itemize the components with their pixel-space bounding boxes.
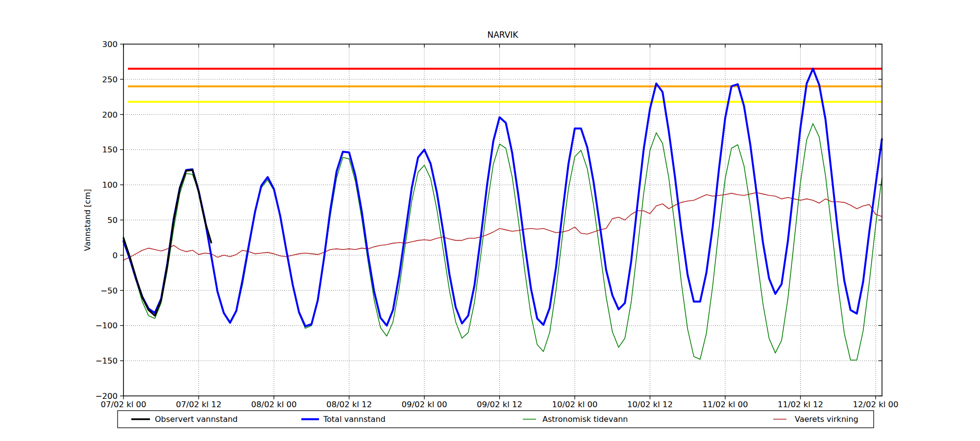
- legend-label-observert-vannstand: Observert vannstand: [155, 415, 238, 424]
- y-axis-label: Vannstand [cm]: [83, 189, 92, 251]
- series-astronomisk-tidevann: [123, 123, 882, 360]
- x-tick-labels: 07/02 kl 0007/02 kl 1208/02 kl 0008/02 k…: [100, 400, 898, 409]
- legend-label-total-vannstand: Total vannstand: [323, 415, 386, 424]
- legend: Observert vannstandTotal vannstandAstron…: [118, 411, 874, 428]
- x-tick-label: 08/02 kl 00: [251, 400, 296, 409]
- x-tick-label: 10/02 kl 12: [627, 400, 673, 409]
- tide-chart: 07/02 kl 0007/02 kl 1208/02 kl 0008/02 k…: [0, 0, 980, 441]
- threshold-lines: [128, 69, 882, 101]
- y-tick-label: 100: [102, 180, 118, 190]
- x-tick-label: 11/02 kl 00: [702, 400, 748, 409]
- y-tick-label: 200: [102, 110, 118, 120]
- y-tick-label: 0: [113, 251, 118, 260]
- y-tick-label: −150: [96, 356, 118, 366]
- y-tick-label: −200: [96, 392, 118, 401]
- legend-label-astronomisk-tidevann: Astronomisk tidevann: [542, 415, 628, 424]
- series-total-vannstand: [123, 69, 882, 326]
- axis-ticks: [120, 44, 882, 399]
- x-tick-label: 07/02 kl 00: [100, 400, 146, 409]
- x-tick-label: 10/02 kl 00: [552, 400, 597, 409]
- grid-lines: [123, 44, 882, 396]
- y-tick-label: 300: [102, 40, 118, 49]
- y-tick-label: −100: [96, 321, 118, 330]
- x-tick-label: 11/02 kl 12: [778, 400, 823, 409]
- chart-title: NARVIK: [487, 30, 518, 40]
- y-tick-label: 250: [102, 75, 118, 84]
- data-series: [123, 69, 882, 360]
- x-tick-label: 07/02 kl 12: [176, 400, 221, 409]
- x-tick-label: 09/02 kl 00: [401, 400, 447, 409]
- x-tick-label: 09/02 kl 12: [477, 400, 522, 409]
- y-tick-labels: 300250200150100500−50−100−150−200: [96, 40, 118, 401]
- legend-label-vaerets-virkning: Vaerets virkning: [795, 415, 858, 424]
- y-tick-label: −50: [100, 286, 118, 295]
- series-vaerets-virkning: [123, 193, 882, 260]
- y-tick-label: 150: [102, 145, 118, 154]
- x-tick-label: 12/02 kl 00: [853, 400, 898, 409]
- x-tick-label: 08/02 kl 12: [326, 400, 372, 409]
- y-tick-label: 50: [107, 216, 118, 225]
- series-observert-vannstand: [123, 170, 211, 316]
- tide-forecast-figure: 07/02 kl 0007/02 kl 1208/02 kl 0008/02 k…: [0, 0, 980, 441]
